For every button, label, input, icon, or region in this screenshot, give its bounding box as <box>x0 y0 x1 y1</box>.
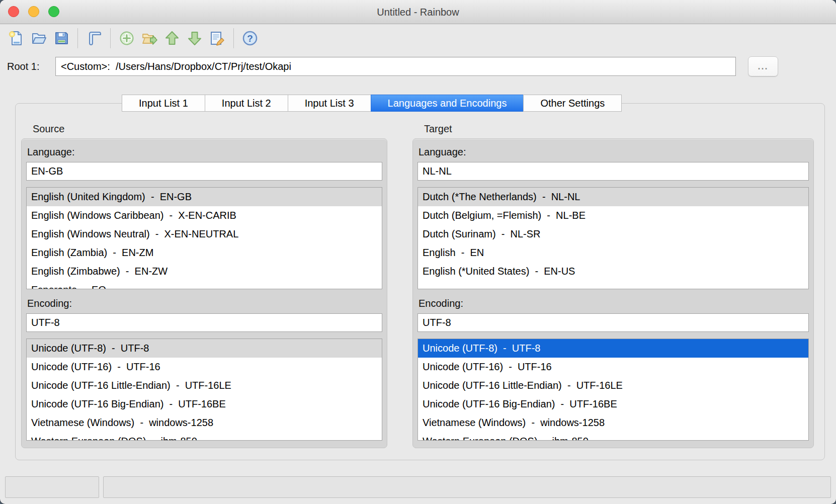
browse-button[interactable]: ... <box>748 56 778 76</box>
app-window: Untitled - Rainbow <box>0 0 836 504</box>
list-item[interactable]: Western European (DOS) - ibm-850 <box>27 432 382 441</box>
status-field-right <box>103 476 831 498</box>
list-item[interactable]: Dutch (*The Netherlands) - NL-NL <box>418 188 808 206</box>
help-button[interactable]: ? <box>240 27 260 49</box>
source-group-label: Source <box>33 122 387 135</box>
list-item[interactable]: Western European (DOS) - ibm-850 <box>418 432 808 441</box>
target-group-label: Target <box>424 122 814 135</box>
toolbar: ? <box>0 25 836 52</box>
move-down-button[interactable] <box>185 27 205 49</box>
target-language-list[interactable]: Dutch (*The Netherlands) - NL-NLDutch (B… <box>417 187 809 289</box>
target-group: Target Language: Dutch (*The Netherlands… <box>412 122 814 448</box>
save-icon <box>53 30 70 47</box>
source-language-label: Language: <box>27 144 382 160</box>
tab-bar: Input List 1Input List 2Input List 3Lang… <box>122 95 622 112</box>
list-item[interactable]: Vietnamese (Windows) - windows-1258 <box>418 413 808 432</box>
toolbar-separator <box>110 28 111 48</box>
open-folder-icon <box>30 30 47 47</box>
list-item[interactable]: English (Windows Caribbean) - X-EN-CARIB <box>27 206 382 225</box>
status-field-left <box>5 476 99 498</box>
tab[interactable]: Other Settings <box>523 95 622 112</box>
list-item[interactable]: Dutch (Surinam) - NL-SR <box>418 225 808 243</box>
target-language-label: Language: <box>419 144 809 160</box>
list-item[interactable]: Unicode (UTF-16 Big-Endian) - UTF-16BE <box>418 395 808 413</box>
view-log-button[interactable] <box>84 27 104 49</box>
toolbar-separator <box>77 28 78 48</box>
titlebar: Untitled - Rainbow <box>0 0 836 24</box>
target-language-input[interactable] <box>417 162 809 181</box>
list-item[interactable]: English (Windows Neutral) - X-EN-NEUTRAL <box>27 225 382 243</box>
root-row: Root 1: ... <box>0 55 836 77</box>
target-encoding-list[interactable]: Unicode (UTF-8) - UTF-8Unicode (UTF-16) … <box>417 339 809 441</box>
target-group-box: Language: Dutch (*The Netherlands) - NL-… <box>412 138 814 448</box>
edit-document-button[interactable] <box>207 27 227 49</box>
add-icon <box>118 30 135 47</box>
source-language-input[interactable] <box>26 162 382 181</box>
target-encoding-label: Encoding: <box>419 295 809 312</box>
svg-text:?: ? <box>247 33 253 44</box>
list-item[interactable]: English (Zambia) - EN-ZM <box>27 243 382 262</box>
save-project-button[interactable] <box>51 27 71 49</box>
source-encoding-list[interactable]: Unicode (UTF-8) - UTF-8Unicode (UTF-16) … <box>26 339 382 441</box>
list-item[interactable]: Unicode (UTF-16 Little-Endian) - UTF-16L… <box>418 376 808 395</box>
tab[interactable]: Input List 1 <box>122 95 205 112</box>
list-item[interactable]: English (United Kingdom) - EN-GB <box>27 188 382 206</box>
source-encoding-input[interactable] <box>26 313 382 332</box>
tab[interactable]: Input List 3 <box>288 95 371 112</box>
list-item[interactable]: Unicode (UTF-16 Little-Endian) - UTF-16L… <box>27 376 382 395</box>
move-up-button[interactable] <box>162 27 182 49</box>
list-item[interactable]: Unicode (UTF-16) - UTF-16 <box>418 358 808 376</box>
list-item[interactable]: Vietnamese (Windows) - windows-1258 <box>27 413 382 432</box>
help-icon: ? <box>241 30 259 47</box>
new-document-icon <box>8 30 25 47</box>
new-document-button[interactable] <box>6 27 26 49</box>
list-item[interactable]: Unicode (UTF-8) - UTF-8 <box>27 339 382 358</box>
source-group: Source Language: English (United Kingdom… <box>21 122 387 448</box>
list-item[interactable]: Unicode (UTF-16) - UTF-16 <box>27 358 382 376</box>
source-encoding-label: Encoding: <box>27 295 382 312</box>
window-title: Untitled - Rainbow <box>0 0 836 24</box>
add-documents-icon <box>141 30 158 47</box>
open-project-button[interactable] <box>29 27 49 49</box>
tab[interactable]: Input List 2 <box>205 95 288 112</box>
view-log-icon <box>86 30 103 47</box>
list-item[interactable]: English - EN <box>418 243 808 262</box>
move-up-icon <box>163 30 181 47</box>
toolbar-separator <box>233 28 234 48</box>
list-item[interactable]: Dutch (Belgium, =Flemish) - NL-BE <box>418 206 808 225</box>
list-item[interactable]: English (Zimbabwe) - EN-ZW <box>27 262 382 281</box>
root-path-input[interactable] <box>55 57 736 76</box>
add-document-button[interactable] <box>117 27 137 49</box>
root-label: Root 1: <box>7 55 39 77</box>
add-documents-button[interactable] <box>139 27 159 49</box>
list-item[interactable]: English (*United States) - EN-US <box>418 262 808 281</box>
move-down-icon <box>186 30 203 47</box>
tab[interactable]: Languages and Encodings <box>371 95 524 112</box>
source-language-list[interactable]: English (United Kingdom) - EN-GBEnglish … <box>26 187 382 289</box>
list-item[interactable]: Esperanto - EO <box>27 281 382 289</box>
source-group-box: Language: English (United Kingdom) - EN-… <box>21 138 387 448</box>
list-item[interactable]: Unicode (UTF-16 Big-Endian) - UTF-16BE <box>27 395 382 413</box>
target-encoding-input[interactable] <box>417 313 809 332</box>
list-item[interactable]: Unicode (UTF-8) - UTF-8 <box>418 339 808 358</box>
edit-document-icon <box>209 30 226 47</box>
